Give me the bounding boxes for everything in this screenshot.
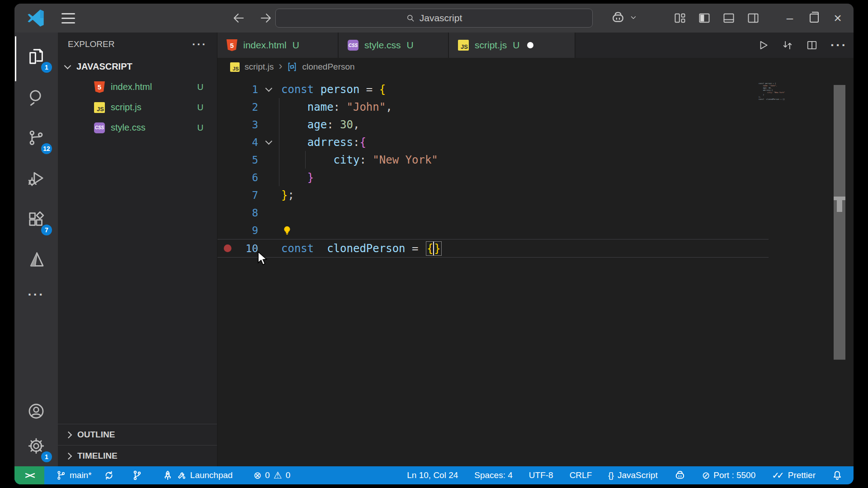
eol-item[interactable]: CRLF xyxy=(570,470,592,480)
breakpoint-gutter[interactable] xyxy=(217,244,237,252)
css-file-icon: CSS xyxy=(94,122,105,133)
line-number[interactable]: 1 xyxy=(237,84,258,95)
breadcrumb-symbol[interactable]: clonedPerson xyxy=(302,62,354,72)
notifications-item[interactable] xyxy=(832,470,843,481)
html-file-icon: 5 xyxy=(94,81,105,93)
activity-run-debug[interactable] xyxy=(14,158,58,199)
language-mode-item[interactable]: {} JavaScript xyxy=(608,470,657,480)
fold-toggle-icon[interactable] xyxy=(258,141,279,144)
activity-extensions[interactable]: 7 xyxy=(14,199,58,239)
tab-index-html[interactable]: 5 index.html U xyxy=(217,33,339,58)
customize-layout-icon[interactable] xyxy=(674,12,686,24)
code-line-6[interactable]: 6 } xyxy=(217,169,769,186)
line-number[interactable]: 3 xyxy=(237,119,258,131)
restore-button[interactable] xyxy=(804,4,825,33)
indentation-item[interactable]: Spaces: 4 xyxy=(474,470,513,480)
command-center-search[interactable]: Javascript xyxy=(275,9,593,28)
menu-icon[interactable] xyxy=(61,13,75,23)
scm-graph-icon xyxy=(132,470,142,481)
explorer-actions-icon[interactable]: ··· xyxy=(192,38,207,51)
code-line-1[interactable]: 1 const person = { xyxy=(217,80,769,98)
breadcrumb-file[interactable]: script.js xyxy=(245,62,274,72)
activity-prism-extension[interactable] xyxy=(14,239,58,280)
activity-source-control[interactable]: 12 xyxy=(14,117,58,158)
file-index-html[interactable]: 5 index.html U xyxy=(58,77,217,97)
code-line-10-current[interactable]: 10 const clonedPerson = {} xyxy=(217,239,769,258)
minimap[interactable]: const person = { name: "John", age: 30, … xyxy=(759,82,790,100)
breakpoint-icon[interactable] xyxy=(224,244,231,252)
scm-graph-item[interactable] xyxy=(132,470,142,481)
timeline-label: TIMELINE xyxy=(77,451,118,461)
toggle-primary-sidebar-icon[interactable] xyxy=(698,12,711,24)
launchpad-item[interactable]: Launchpad xyxy=(162,470,233,481)
line-number[interactable]: 4 xyxy=(237,136,258,148)
outline-section-header[interactable]: OUTLINE xyxy=(58,424,217,445)
run-file-icon[interactable] xyxy=(757,39,769,51)
file-script-js[interactable]: JS script.js U xyxy=(58,97,217,117)
sync-changes-item[interactable] xyxy=(104,470,114,481)
editor-scrollbar[interactable] xyxy=(834,85,845,360)
prettier-item[interactable]: ✓✓ Prettier xyxy=(772,470,816,481)
line-number[interactable]: 9 xyxy=(237,225,258,236)
toggle-panel-icon[interactable] xyxy=(722,12,735,24)
activity-search[interactable] xyxy=(14,77,58,117)
code-line-2[interactable]: 2 name: "John", xyxy=(217,98,769,116)
line-number[interactable]: 6 xyxy=(237,172,258,183)
minimize-button[interactable]: – xyxy=(779,4,800,33)
line-number[interactable]: 7 xyxy=(237,189,258,201)
symbol-object-icon xyxy=(287,62,297,72)
settings-button[interactable]: 1 xyxy=(14,426,58,466)
code-line-7[interactable]: 7 }; xyxy=(217,186,769,204)
chevron-down-icon[interactable] xyxy=(629,14,637,22)
line-number[interactable]: 8 xyxy=(237,207,258,219)
copilot-icon[interactable] xyxy=(610,10,626,25)
warning-icon: ⚠ xyxy=(274,470,282,481)
settings-badge: 1 xyxy=(41,451,52,462)
timeline-section-header[interactable]: TIMELINE xyxy=(58,445,217,466)
arrow-swap-icon[interactable] xyxy=(782,39,793,51)
breadcrumb: JS script.js › clonedPerson xyxy=(217,58,854,76)
close-button[interactable]: × xyxy=(827,4,848,33)
tab-script-js[interactable]: JS script.js U xyxy=(449,33,576,58)
copilot-status-item[interactable] xyxy=(674,469,686,481)
encoding-item[interactable]: UTF-8 xyxy=(529,470,553,480)
ellipsis-icon: ··· xyxy=(28,287,45,302)
js-file-icon: JS xyxy=(458,40,469,51)
code-line-4[interactable]: 4 adrress:{ xyxy=(217,133,769,151)
tab-style-css[interactable]: CSS style.css U xyxy=(339,33,449,58)
file-style-css[interactable]: CSS style.css U xyxy=(58,117,217,138)
line-number[interactable]: 5 xyxy=(237,154,258,166)
line-number[interactable]: 2 xyxy=(237,101,258,113)
code-line-9[interactable]: 9 xyxy=(217,221,769,239)
scrollbar-marker xyxy=(834,197,845,200)
forward-arrow-icon[interactable] xyxy=(258,10,274,26)
activity-more-actions[interactable]: ··· xyxy=(14,280,58,309)
unsaved-dot-icon[interactable] xyxy=(527,42,533,48)
code-line-3[interactable]: 3 age: 30, xyxy=(217,116,769,133)
double-check-icon: ✓✓ xyxy=(772,470,782,481)
cursor-position-item[interactable]: Ln 10, Col 24 xyxy=(407,470,458,480)
git-branch-icon xyxy=(56,470,66,480)
line-number[interactable]: 10 xyxy=(237,243,258,254)
code-line-8[interactable]: 8 xyxy=(217,204,769,221)
warning-count: 0 xyxy=(286,470,291,480)
toggle-secondary-sidebar-icon[interactable] xyxy=(747,12,760,24)
more-actions-icon[interactable]: ··· xyxy=(830,38,847,52)
back-arrow-icon[interactable] xyxy=(231,10,247,26)
file-name: script.js xyxy=(111,102,142,113)
split-editor-icon[interactable] xyxy=(806,39,818,51)
tab-label: script.js xyxy=(475,40,507,51)
live-server-port-item[interactable]: ⊘ Port : 5500 xyxy=(702,470,756,481)
git-branch-item[interactable]: main* xyxy=(56,470,92,480)
error-count: 0 xyxy=(265,470,270,480)
code-editor[interactable]: 1 const person = { 2 name: "John", 3 xyxy=(217,76,854,466)
fold-toggle-icon[interactable] xyxy=(258,88,279,91)
problems-item[interactable]: ⊗ 0 ⚠ 0 xyxy=(254,470,291,481)
js-file-icon: JS xyxy=(230,62,240,72)
account-button[interactable] xyxy=(14,397,58,426)
lightbulb-icon[interactable] xyxy=(281,225,293,236)
activity-explorer[interactable]: 1 xyxy=(14,36,58,77)
remote-indicator[interactable]: >< xyxy=(14,466,44,484)
code-line-5[interactable]: 5 city: "New York" xyxy=(217,151,769,169)
folder-javascript[interactable]: JAVASCRIPT xyxy=(58,56,217,77)
